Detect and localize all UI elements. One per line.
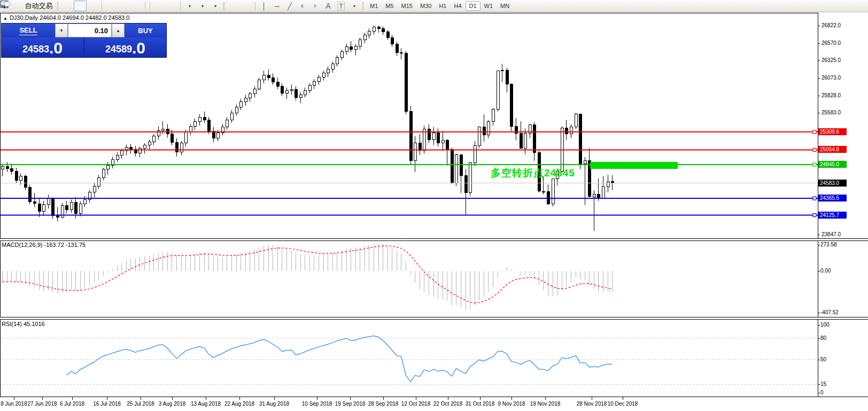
candle-body	[386, 32, 389, 38]
timeframe-MN[interactable]: MN	[497, 1, 513, 11]
text-tool-button[interactable]: A	[322, 1, 335, 11]
price-axis-tick	[818, 60, 820, 61]
toolbar-drag-handle[interactable]	[57, 2, 59, 11]
search-button[interactable]	[820, 1, 833, 11]
price-axis-tick-label: 25583.0	[821, 110, 841, 115]
date-axis-label[interactable]: 8 Jun 2018	[1, 401, 27, 407]
date-axis-label[interactable]: 31 Aug 2018	[259, 401, 289, 407]
timeframe-D1[interactable]: D1	[466, 1, 480, 11]
date-axis-label[interactable]: 31 Oct 2018	[466, 401, 494, 407]
date-axis-label[interactable]: 25 Jul 2018	[127, 401, 154, 407]
timeframe-H1[interactable]: H1	[435, 1, 450, 11]
turning-point-annotation[interactable]: 多空转折点24845	[491, 166, 575, 180]
macd-axis-tick	[818, 313, 820, 313]
candle-body	[161, 129, 164, 131]
date-axis-label[interactable]: 13 Aug 2018	[191, 401, 221, 407]
toolbar-drag-handle[interactable]	[362, 2, 365, 11]
date-axis-label[interactable]: 27 Jun 2018	[27, 401, 57, 407]
candle-body	[74, 202, 77, 213]
date-axis-border	[0, 397, 868, 397]
candle-body	[322, 73, 325, 77]
zoom-out-button[interactable]	[117, 1, 130, 11]
autotrading-button[interactable]: 自动交易	[21, 1, 55, 11]
date-axis-label[interactable]: 16 Jul 2018	[93, 401, 121, 407]
fibonacci-tool-button[interactable]: F	[309, 1, 322, 11]
rsi-axis-tick	[818, 393, 820, 393]
channel-tool-button[interactable]: E	[296, 1, 309, 11]
templates-button[interactable]: ▼	[208, 1, 221, 11]
auto-scroll-button[interactable]	[152, 1, 165, 11]
timeframe-M1[interactable]: M1	[366, 1, 382, 11]
candle-body	[189, 126, 192, 132]
tile-windows-button[interactable]	[130, 1, 143, 11]
candle-body	[276, 82, 279, 86]
line-chart-mode-button[interactable]	[87, 1, 99, 11]
date-axis-label[interactable]: 19 Sep 2018	[335, 401, 366, 407]
label-tool-button[interactable]: T	[335, 1, 347, 11]
date-axis-label[interactable]: 22 Oct 2018	[433, 401, 462, 407]
price-level-badge: 24845.0	[818, 161, 847, 168]
hline-tool-button[interactable]: ─	[270, 1, 283, 11]
date-axis-label[interactable]: 19 Nov 2018	[530, 401, 561, 407]
date-axis-tick	[350, 397, 351, 400]
candle-body	[451, 150, 453, 183]
arrows-tool-button[interactable]: ▼	[347, 1, 360, 11]
level-line-anchor	[813, 130, 816, 134]
bar-chart-mode-button[interactable]	[61, 1, 74, 11]
sell-price-display[interactable]: 24583 .0	[2, 37, 83, 57]
candle-body	[510, 84, 513, 126]
buy-price-display[interactable]: 24589 .0	[84, 37, 166, 57]
date-axis-label[interactable]: 12 Oct 2018	[401, 401, 430, 407]
candle-body	[24, 176, 27, 188]
candle-body	[483, 127, 485, 135]
sell-button[interactable]: SELL	[2, 24, 55, 37]
trendline-tool-button[interactable]: ╱	[283, 1, 296, 11]
timeframe-W1[interactable]: W1	[480, 1, 497, 11]
candle-body	[308, 86, 311, 90]
candle-body	[391, 38, 393, 44]
volume-increase-button[interactable]: ▲	[112, 24, 125, 37]
volume-input[interactable]: 0.10	[68, 24, 112, 37]
volume-decrease-button[interactable]: ▼	[55, 24, 68, 37]
chat-button[interactable]	[833, 1, 846, 11]
cursor-tool-button[interactable]	[227, 1, 240, 11]
collapse-triangle-icon[interactable]: ▲	[3, 16, 7, 21]
buy-button[interactable]: BUY	[125, 24, 166, 37]
date-axis-label[interactable]: 3 Aug 2018	[159, 401, 186, 407]
date-axis-label[interactable]: 9 Nov 2018	[498, 401, 525, 407]
date-axis-tick	[623, 397, 623, 400]
date-axis-label[interactable]: 22 Aug 2018	[224, 401, 254, 407]
candle-body	[487, 121, 490, 135]
price-axis-tick-label: 25828.0	[821, 92, 841, 98]
rsi-axis-label: 80	[820, 335, 826, 341]
candle-body	[547, 191, 549, 204]
candle-body	[15, 172, 18, 181]
timeframe-M30[interactable]: M30	[416, 1, 435, 11]
date-axis-label[interactable]: 10 Sep 2018	[302, 401, 332, 407]
date-axis-label[interactable]: 6 Jul 2018	[60, 401, 84, 407]
zoom-in-button[interactable]	[104, 1, 117, 11]
timeframe-M15[interactable]: M15	[398, 1, 416, 11]
date-axis-label[interactable]: 10 Dec 2018	[608, 401, 638, 407]
periods-button[interactable]: ▼	[196, 1, 208, 11]
timeframe-H4[interactable]: H4	[450, 1, 465, 11]
candle-body	[180, 143, 183, 152]
candlestick-mode-button[interactable]	[74, 1, 87, 11]
vline-tool-button[interactable]: │	[258, 1, 270, 11]
chart-title-text: DJ30,Daily 24604.0 24694.0 24482.0 24583…	[10, 14, 129, 21]
candle-body	[253, 89, 256, 94]
date-axis-label[interactable]: 28 Sep 2018	[368, 401, 399, 407]
sell-price-main: 24583	[22, 42, 49, 56]
date-axis-label[interactable]: 28 Nov 2018	[577, 401, 607, 407]
chart-canvas[interactable]	[0, 0, 868, 411]
crosshair-tool-button[interactable]	[240, 1, 253, 11]
rsi-panel-separator[interactable]	[0, 317, 868, 320]
macd-panel-separator[interactable]	[0, 238, 868, 241]
channel-letter: E	[301, 4, 304, 9]
candle-body	[492, 109, 494, 121]
toolbar-drag-handle[interactable]	[223, 2, 226, 11]
chart-shift-button[interactable]	[165, 1, 178, 11]
timeframe-M5[interactable]: M5	[382, 1, 397, 11]
macd-axis-tick	[818, 245, 820, 245]
indicators-button[interactable]: ▼	[183, 1, 196, 11]
